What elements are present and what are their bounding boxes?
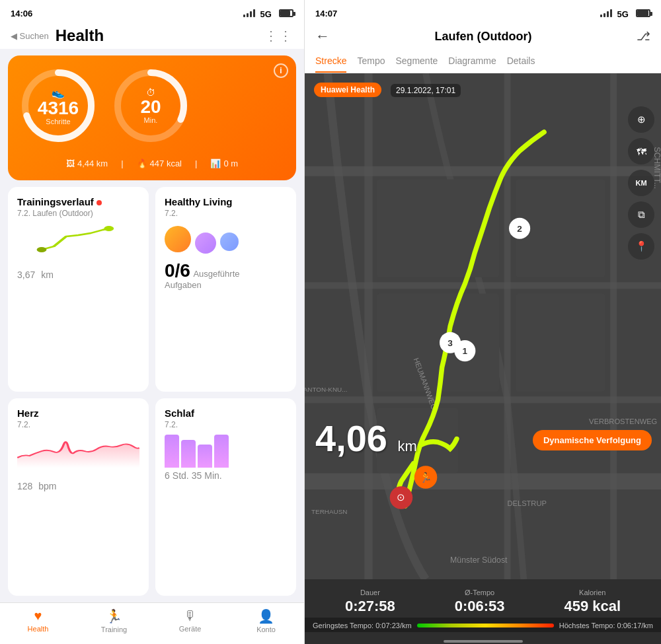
bottom-tabs: ♥ Health 🏃 Training 🎙 Geräte 👤 Konto [0, 602, 304, 644]
stats-bottom: Dauer 0:27:58 Ø-Tempo 0:06:53 Kalorien 4… [305, 579, 661, 636]
tab-segmente[interactable]: Segmente [396, 50, 438, 73]
layers-btn[interactable]: ⧉ [628, 201, 654, 228]
health-icon: ♥ [34, 608, 42, 624]
point-btn[interactable]: 📍 [628, 233, 654, 260]
time-right: 14:07 [315, 9, 337, 18]
stat-tempo: Ø-Tempo 0:06:53 [455, 589, 505, 615]
stat-kalorien: Kalorien 459 kcal [564, 589, 621, 615]
dot-red [97, 200, 102, 205]
healthy-value: 0/6 Ausgeführte Aufgaben [165, 260, 287, 290]
map-controls: ⊕ 🗺 KM ⧉ 📍 [628, 106, 654, 260]
svg-text:⊙: ⊙ [397, 492, 405, 503]
pace-gradient [417, 624, 554, 627]
healthy-card[interactable]: Healthy Living 7.2. 0/6 Ausgeführte Aufg… [155, 187, 296, 392]
svg-text:TERHAUSN: TERHAUSN [311, 508, 347, 515]
svg-point-4 [37, 247, 47, 252]
svg-text:🏃: 🏃 [420, 472, 432, 483]
battery-left [279, 9, 293, 17]
svg-text:1: 1 [463, 346, 468, 356]
tab-konto[interactable]: 👤 Konto [228, 608, 304, 633]
tab-tempo[interactable]: Tempo [357, 50, 385, 73]
status-icons-right: 5G [600, 8, 650, 19]
status-bar-left: 14:06 5G [0, 0, 304, 24]
signal-right [600, 8, 612, 17]
map-type-btn[interactable]: 🗺 [628, 138, 654, 164]
sleep-chart [165, 435, 287, 468]
training-icon: 🏃 [106, 608, 122, 624]
network-left: 5G [260, 9, 271, 19]
schlaf-card[interactable]: Schlaf 7.2. 6 Std. 35 Min. [155, 398, 296, 596]
stats-row-bottom: Dauer 0:27:58 Ø-Tempo 0:06:53 Kalorien 4… [305, 586, 661, 618]
training-chart [17, 223, 139, 256]
tab-details[interactable]: Details [507, 50, 535, 73]
dynamic-button[interactable]: Dynamische Verfolgung [533, 430, 652, 450]
floors-stat: 📊 0 m [210, 159, 238, 168]
herz-value: 128 bpm [17, 470, 139, 495]
svg-point-5 [104, 226, 114, 231]
svg-text:2: 2 [517, 224, 522, 234]
calories-stat: 🔥 447 kcal [137, 159, 182, 168]
map-date: 29.1.2022, 17:01 [391, 84, 461, 97]
back-button-right[interactable]: ← [315, 28, 330, 45]
back-left[interactable]: ◀ Suchen [11, 31, 49, 41]
orange-card: i 👟 4316 Schritte [8, 55, 296, 180]
training-value: 3,67 km [17, 259, 139, 283]
locate-btn[interactable]: ⊕ [628, 106, 654, 133]
svg-rect-17 [377, 294, 499, 392]
heart-chart [17, 435, 139, 468]
svg-rect-19 [516, 294, 605, 392]
geraete-icon: 🎙 [184, 608, 197, 624]
tab-health[interactable]: ♥ Health [0, 608, 76, 633]
map-label: Huawei Health [314, 83, 381, 97]
schlaf-value: 6 Std. 35 Min. [165, 470, 287, 481]
distance-stat: 🖼 4,44 km [66, 159, 108, 168]
svg-text:VERBROSTENWEG: VERBROSTENWEG [589, 417, 657, 425]
home-indicator [305, 636, 661, 644]
battery-right [636, 9, 650, 17]
page-title-right: Laufen (Outdoor) [435, 30, 532, 44]
svg-text:ANTON-KNU...: ANTON-KNU... [305, 386, 347, 393]
tab-diagramme[interactable]: Diagramme [448, 50, 496, 73]
dots-menu[interactable]: ⋮⋮ [264, 28, 293, 44]
herz-date: 7.2. [17, 420, 139, 429]
pace-bar: Geringstes Tempo: 0:07:23/km Höchstes Te… [305, 618, 661, 632]
steps-ring: 👟 4316 Schritte [19, 66, 98, 145]
home-bar [444, 640, 523, 643]
cards-grid: Trainingsverlauf 7.2. Laufen (Outdoor) 3… [0, 187, 304, 596]
time-left: 14:06 [11, 9, 32, 18]
stats-row: 🖼 4,44 km | 🔥 447 kcal | 📊 0 m [19, 153, 286, 170]
healthy-date: 7.2. [165, 209, 287, 218]
minutes-ring: ⏱ 20 Min. [111, 66, 190, 145]
herz-card[interactable]: Herz 7.2. 128 bpm [8, 398, 149, 596]
info-button[interactable]: i [274, 63, 288, 78]
nav-left: ◀ Suchen Health ⋮⋮ [0, 24, 304, 49]
signal-left [243, 8, 255, 17]
distance-value: 4,06 km [315, 420, 417, 457]
svg-text:DELSTRUP: DELSTRUP [508, 499, 547, 507]
status-bar-right: 14:07 5G [305, 0, 661, 24]
tab-geraete[interactable]: 🎙 Geräte [152, 608, 228, 633]
nav-right: ← Laufen (Outdoor) ⎇ [305, 24, 661, 50]
tab-training[interactable]: 🏃 Training [76, 608, 152, 633]
left-panel: 14:06 5G ◀ Suchen Health ⋮⋮ i [0, 0, 304, 644]
network-right: 5G [617, 9, 628, 19]
pace-min: Geringstes Tempo: 0:07:23/km [313, 622, 412, 629]
distance-overlay: 4,06 km [315, 420, 417, 457]
svg-text:Münster Südost: Münster Südost [450, 555, 508, 565]
page-title-left: Health [56, 26, 104, 45]
share-icon[interactable]: ⎇ [637, 29, 650, 44]
bubbles [165, 223, 287, 256]
konto-icon: 👤 [258, 608, 274, 624]
training-date: 7.2. Laufen (Outdoor) [17, 209, 139, 218]
tab-strecke[interactable]: Strecke [315, 50, 346, 73]
map-container: SCHMITT... HEUMANNWEG DELSTRUP VERBROSTE… [305, 73, 661, 579]
right-panel: 14:07 5G ← Laufen (Outdoor) ⎇ Strecke Te… [304, 0, 661, 644]
status-icons-left: 5G [243, 8, 293, 19]
training-card[interactable]: Trainingsverlauf 7.2. Laufen (Outdoor) 3… [8, 187, 149, 392]
stat-dauer: Dauer 0:27:58 [345, 589, 395, 615]
segment-tabs: Strecke Tempo Segmente Diagramme Details [305, 50, 661, 73]
svg-text:3: 3 [447, 338, 453, 348]
schlaf-date: 7.2. [165, 420, 287, 429]
km-btn[interactable]: KM [628, 170, 654, 196]
pace-max: Höchstes Tempo: 0:06:17/km [559, 622, 653, 629]
